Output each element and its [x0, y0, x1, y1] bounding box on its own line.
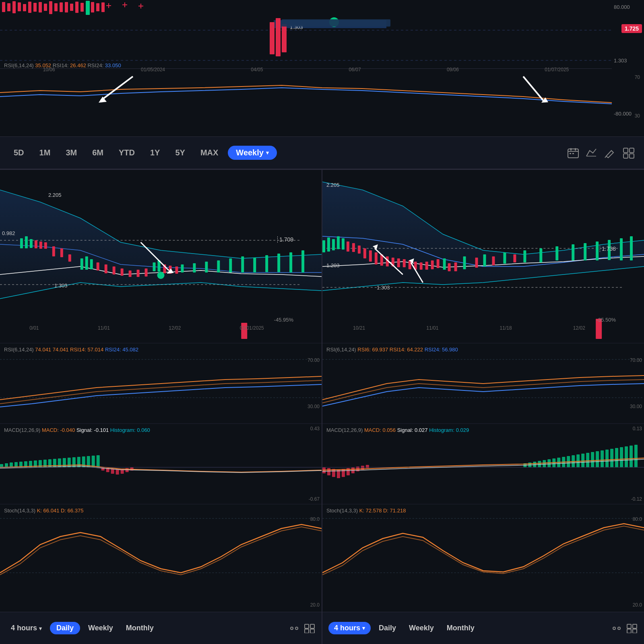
top-chart-section: 1.303 — [0, 0, 644, 169]
right-weekly-btn[interactable]: Weekly — [404, 622, 439, 634]
right-compare-icon[interactable] — [611, 622, 623, 634]
svg-rect-132 — [305, 629, 309, 633]
left-macd-label: MACD(12,26,9) MACD: -0.040 Signal: -0.10… — [4, 427, 150, 433]
left-compare-icon[interactable] — [288, 622, 300, 634]
left-stoch-svg — [0, 504, 322, 597]
svg-rect-111 — [68, 458, 71, 467]
svg-rect-85 — [121, 268, 124, 276]
left-rsi-label: RSI(6,14,24) 74.041 74.041 RSI14: 57.014… — [4, 347, 138, 353]
left-rsi6: 74.041 — [35, 347, 51, 353]
percent-label: -45.95% — [274, 317, 293, 323]
svg-rect-59 — [30, 239, 33, 248]
right-grid-icon[interactable] — [626, 622, 638, 634]
svg-rect-226 — [633, 629, 637, 633]
right-stoch-svg — [322, 504, 644, 597]
svg-rect-120 — [111, 469, 114, 474]
svg-marker-134 — [322, 182, 644, 291]
svg-rect-24 — [96, 3, 99, 11]
left-panel: 2.205 0.982 1.303 1.709 -45.95% 0/01 11/… — [0, 170, 322, 644]
top-price-chart: 1.303 — [0, 0, 644, 121]
svg-rect-161 — [375, 252, 378, 264]
btn-weekly-active[interactable]: Weekly ▾ — [228, 146, 277, 160]
left-daily-btn[interactable]: Daily — [50, 622, 80, 634]
top-x-axis: 10/06 01/05/2024 04/05 06/07 09/06 01/07… — [0, 67, 612, 72]
grid-icon[interactable] — [621, 146, 636, 160]
calendar-icon[interactable] — [566, 146, 580, 160]
svg-rect-61 — [85, 256, 88, 270]
svg-rect-110 — [63, 458, 66, 467]
bottom-section: 2.205 0.982 1.303 1.709 -45.95% 0/01 11/… — [0, 169, 644, 644]
svg-rect-189 — [547, 459, 551, 467]
right-percent: -35.50% — [597, 317, 616, 323]
svg-rect-21 — [80, 3, 84, 12]
svg-rect-58 — [25, 236, 28, 248]
svg-rect-20 — [75, 2, 78, 13]
right-macd-y-low: -0.12 — [631, 496, 642, 502]
left-panel-toolbar: 4 hours ▾ Daily Weekly Monthly — [0, 612, 322, 644]
left-interval-btn[interactable]: 4 hours ▾ — [6, 622, 47, 634]
rsi-y-axis: 70 30 — [633, 72, 642, 121]
svg-rect-138 — [322, 240, 325, 252]
svg-rect-23 — [91, 2, 94, 12]
svg-rect-75 — [301, 250, 304, 272]
svg-rect-148 — [539, 248, 542, 262]
svg-rect-217 — [366, 465, 369, 468]
svg-rect-205 — [625, 446, 628, 467]
svg-rect-145 — [483, 254, 486, 266]
svg-rect-88 — [145, 268, 148, 277]
btn-3m[interactable]: 3M — [60, 146, 83, 160]
svg-rect-17 — [60, 2, 63, 12]
svg-rect-18 — [65, 2, 68, 12]
svg-rect-121 — [116, 469, 119, 475]
svg-rect-151 — [584, 243, 586, 260]
svg-rect-172 — [437, 259, 440, 268]
btn-6m[interactable]: 6M — [87, 146, 109, 160]
left-monthly-btn[interactable]: Monthly — [121, 622, 159, 634]
svg-rect-204 — [620, 447, 623, 467]
left-weekly-btn[interactable]: Weekly — [83, 622, 118, 634]
svg-rect-188 — [543, 460, 546, 467]
svg-rect-14 — [44, 4, 47, 11]
compare-icon[interactable] — [584, 146, 599, 160]
draw-icon[interactable] — [603, 146, 617, 160]
btn-5d[interactable]: 5D — [8, 146, 30, 160]
btn-5y[interactable]: 5Y — [169, 146, 190, 160]
svg-rect-19 — [70, 4, 73, 11]
svg-rect-79 — [52, 246, 55, 256]
right-daily-btn[interactable]: Daily — [374, 622, 401, 634]
left-stoch: Stoch(14,3,3) K: 66.041 D: 66.375 80.0 2… — [0, 504, 322, 612]
svg-rect-80 — [60, 248, 63, 257]
right-monthly-btn[interactable]: Monthly — [442, 622, 479, 634]
svg-rect-158 — [358, 246, 361, 254]
top-toolbar: 5D 1M 3M 6M YTD 1Y 5Y MAX Weekly ▾ — [0, 136, 644, 169]
svg-rect-109 — [58, 458, 61, 467]
svg-rect-72 — [265, 255, 268, 272]
svg-rect-200 — [601, 450, 604, 467]
svg-rect-202 — [610, 449, 613, 467]
price-current-label: 1.709 — [277, 236, 293, 243]
btn-1y[interactable]: 1Y — [144, 146, 165, 160]
top-chart-svg: 1.303 — [0, 0, 612, 117]
svg-rect-78 — [44, 242, 47, 249]
btn-1m[interactable]: 1M — [34, 146, 56, 160]
svg-rect-50 — [630, 148, 634, 153]
svg-rect-82 — [97, 262, 99, 270]
btn-max[interactable]: MAX — [195, 146, 224, 160]
svg-rect-70 — [241, 256, 244, 272]
svg-rect-144 — [463, 256, 466, 269]
svg-rect-199 — [596, 451, 599, 467]
svg-marker-53 — [0, 190, 322, 299]
right-interval-btn[interactable]: 4 hours ▾ — [328, 622, 371, 634]
price-low-label: 0.982 — [2, 230, 15, 236]
rsi-y-low: 30.00 — [308, 404, 320, 409]
svg-rect-86 — [129, 270, 132, 277]
btn-ytd[interactable]: YTD — [113, 146, 140, 160]
svg-rect-150 — [572, 244, 574, 260]
svg-rect-155 — [630, 236, 633, 260]
svg-rect-175 — [475, 258, 478, 268]
svg-rect-13 — [39, 2, 42, 12]
svg-rect-149 — [555, 246, 558, 260]
svg-rect-57 — [20, 238, 23, 248]
svg-rect-51 — [623, 154, 628, 158]
left-grid-icon[interactable] — [303, 622, 316, 634]
